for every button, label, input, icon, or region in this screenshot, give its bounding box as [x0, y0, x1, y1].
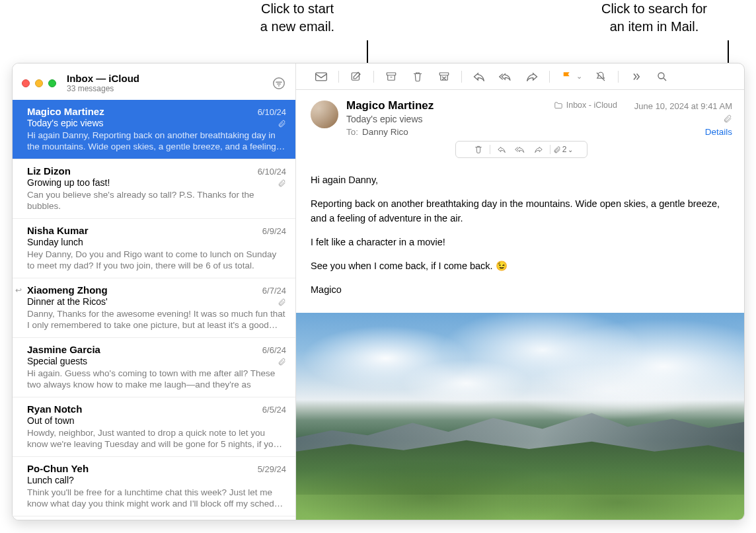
header-subject: Today's epic views [346, 114, 423, 124]
attached-image[interactable] [296, 313, 744, 520]
folder-icon [554, 101, 563, 109]
reading-pane: ⌄ Magico Martinez Inbox - iCloud June 10… [296, 63, 744, 520]
inline-forward-button[interactable] [530, 142, 547, 157]
sender-avatar[interactable] [311, 101, 338, 128]
header-to[interactable]: To:Danny Rico [346, 127, 408, 137]
message-from: Liz Dizon [27, 165, 71, 177]
message-subject: Growing up too fast! [27, 177, 110, 188]
attachment-icon [278, 357, 286, 366]
message-list-item[interactable]: Liz Dizon6/10/24Growing up too fast!Can … [13, 159, 295, 219]
attachment-icon [278, 298, 286, 306]
message-from: Magico Martinez [27, 106, 104, 117]
message-subject: Special guests [27, 356, 87, 366]
message-from: Ryan Notch [27, 403, 82, 415]
svg-rect-1 [316, 73, 327, 81]
message-list-item[interactable]: Magico Martinez6/10/24Today's epic views… [13, 100, 295, 159]
inline-reply-button[interactable] [493, 142, 510, 157]
message-subject: Today's epic views [27, 118, 104, 128]
window-controls [22, 79, 56, 87]
message-preview: Hi again. Guess who's coming to town wit… [27, 368, 286, 390]
chevron-down-icon: ⌄ [568, 146, 573, 153]
message-preview: Hi again Danny, Reporting back on anothe… [27, 130, 286, 152]
message-header: Magico Martinez Inbox - iCloud June 10, … [296, 90, 744, 165]
body-signature: Magico [311, 282, 730, 297]
reply-all-button[interactable] [492, 67, 519, 86]
main-toolbar: ⌄ [296, 63, 744, 90]
get-mail-button[interactable] [308, 67, 334, 86]
mailbox-message-count: 33 messages [67, 84, 272, 93]
message-date: 6/10/24 [258, 167, 286, 177]
body-paragraph: See you when I come back, if I come back… [311, 259, 730, 273]
message-subject: Out of town [27, 415, 75, 426]
message-date: 5/29/24 [258, 464, 286, 474]
attachment-icon [278, 119, 286, 128]
callout-search: Click to search for an item in Mail. [568, 0, 740, 36]
message-list-item[interactable]: Nisha Kumar6/9/24Sunday lunchHey Danny, … [13, 219, 295, 278]
message-list-item[interactable]: ↩Xiaomeng Zhong6/7/24Dinner at the Ricos… [13, 278, 295, 338]
mailbox-title: Inbox — iCloud [67, 73, 272, 84]
svg-rect-4 [439, 73, 449, 75]
close-window-button[interactable] [22, 79, 30, 87]
message-list-item[interactable]: Po-Chun Yeh5/29/24Lunch call?Think you'l… [13, 457, 295, 516]
inline-attachments-button[interactable]: 2 ⌄ [553, 145, 574, 154]
details-link[interactable]: Details [705, 127, 732, 137]
delete-button[interactable] [404, 67, 431, 86]
more-toolbar-button[interactable] [623, 67, 649, 86]
message-from: Jasmine Garcia [27, 344, 100, 355]
svg-point-0 [274, 77, 285, 89]
forward-button[interactable] [519, 67, 545, 86]
message-list-pane: Inbox — iCloud 33 messages Magico Martin… [13, 63, 296, 520]
compose-button[interactable] [343, 67, 369, 86]
junk-button[interactable] [431, 67, 457, 86]
archive-button[interactable] [378, 67, 404, 86]
message-date: 6/9/24 [262, 226, 286, 236]
message-list-item[interactable]: Ryan Notch6/5/24Out of townHowdy, neighb… [13, 397, 295, 457]
mute-button[interactable] [587, 67, 614, 86]
inline-delete-button[interactable] [470, 142, 487, 157]
attachment-icon [278, 179, 286, 187]
reply-button[interactable] [466, 67, 492, 86]
body-paragraph: Reporting back on another breathtaking d… [311, 196, 730, 226]
callout-compose: Click to start a new email. [231, 0, 363, 36]
message-from: Xiaomeng Zhong [27, 284, 108, 296]
inline-reply-all-button[interactable] [511, 142, 529, 157]
header-timestamp: June 10, 2024 at 9:41 AM [634, 101, 732, 111]
message-subject: Dinner at the Ricos' [27, 296, 108, 307]
filter-button[interactable] [272, 76, 286, 91]
message-subject: Lunch call? [27, 475, 74, 485]
attachment-icon [723, 114, 732, 123]
body-paragraph: I felt like a character in a movie! [311, 235, 730, 249]
header-folder[interactable]: Inbox - iCloud [554, 101, 617, 110]
inline-message-toolbar: 2 ⌄ [455, 141, 587, 158]
message-preview: Howdy, neighbor, Just wanted to drop a q… [27, 427, 286, 450]
zoom-window-button[interactable] [48, 79, 56, 87]
message-body: Hi again Danny, Reporting back on anothe… [296, 165, 744, 313]
paperclip-icon [553, 145, 561, 153]
message-preview: Can you believe she's already so tall? P… [27, 189, 286, 212]
minimize-window-button[interactable] [35, 79, 43, 87]
message-preview: Think you'll be free for a lunchtime cha… [27, 487, 286, 509]
body-greeting: Hi again Danny, [311, 173, 730, 187]
message-date: 6/5/24 [262, 405, 286, 415]
search-button[interactable] [649, 67, 675, 86]
help-callouts: Click to start a new email. Click to sea… [0, 0, 756, 63]
message-list-item[interactable]: Jasmine Garcia6/6/24Special guestsHi aga… [13, 338, 295, 397]
replied-icon: ↩ [15, 286, 22, 295]
message-from: Po-Chun Yeh [27, 463, 89, 474]
message-preview: Danny, Thanks for the awesome evening! I… [27, 308, 286, 331]
message-date: 6/7/24 [262, 286, 286, 296]
message-subject: Sunday lunch [27, 237, 83, 247]
message-date: 6/6/24 [262, 345, 286, 355]
message-date: 6/10/24 [258, 107, 286, 117]
flag-menu-chevron-icon[interactable]: ⌄ [576, 72, 582, 81]
mail-window: Inbox — iCloud 33 messages Magico Martin… [12, 63, 745, 520]
message-preview: Hey Danny, Do you and Rigo want to come … [27, 249, 286, 271]
svg-rect-3 [387, 73, 396, 75]
message-list: Magico Martinez6/10/24Today's epic views… [13, 100, 295, 520]
header-from[interactable]: Magico Martinez [346, 99, 546, 112]
message-from: Nisha Kumar [27, 225, 89, 236]
svg-point-5 [658, 73, 664, 79]
window-titlebar: Inbox — iCloud 33 messages [13, 63, 295, 100]
